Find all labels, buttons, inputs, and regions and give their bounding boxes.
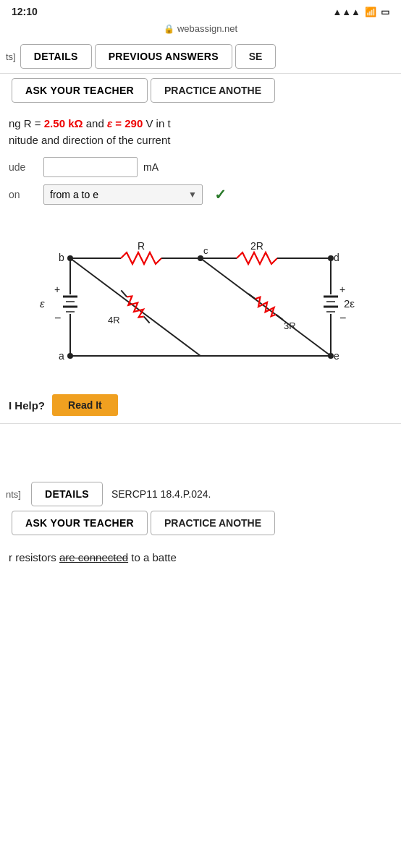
bottom-row2: ASK YOUR TEACHER PRACTICE ANOTHE [6,511,395,535]
answer-row: ude mA [0,151,401,180]
circuit-diagram: R 2R + − ε + − 2ε [27,215,374,381]
bottom-text-prefix: r resistors [9,551,59,563]
problem-line2: nitude and direction of the current [9,134,170,146]
answer-input[interactable] [43,157,138,177]
spacer [0,424,401,475]
emf-eq: = [112,117,124,129]
direction-row: on from a to e ▼ ✓ [0,180,401,208]
R-label: R [138,240,145,252]
emf-label: ε [40,297,45,310]
plus1-label: + [54,284,60,295]
minus2-label: − [339,312,346,324]
svg-point-27 [328,353,334,359]
bottom-row1: nts] DETAILS SERCP11 18.4.P.024. [6,482,395,506]
previous-answers-button[interactable]: PREVIOUS ANSWERS [95,44,232,69]
circuit-container: R 2R + − ε + − 2ε [0,208,401,388]
section-label-top: ts] [6,51,20,62]
top-buttons-row2: ASK YOUR TEACHER PRACTICE ANOTHE [0,74,401,107]
ask-teacher-button-top[interactable]: ASK YOUR TEACHER [12,78,148,103]
svg-line-21 [248,294,256,299]
lock-icon: 🔒 [164,24,174,34]
se-button[interactable]: SE [235,44,277,69]
emf-unit: V in t [143,117,170,129]
wifi-icon: 📶 [365,7,376,17]
svg-line-18 [121,290,127,297]
svg-point-23 [67,255,73,261]
ask-teacher-button-bottom[interactable]: ASK YOUR TEACHER [12,511,148,535]
read-it-button[interactable]: Read It [52,394,118,416]
bottom-section: nts] DETAILS SERCP11 18.4.P.024. ASK YOU… [0,475,401,544]
details-button-top[interactable]: DETAILS [20,44,92,69]
answer-unit: mA [143,161,159,173]
url-text: webassign.net [177,23,237,34]
plus2-label: + [339,284,345,295]
time: 12:10 [12,6,38,17]
minus1-label: − [54,312,61,324]
section-label-bottom: nts] [6,489,25,500]
address-bar: 🔒 webassign.net [0,20,401,40]
svg-point-26 [67,353,73,359]
problem-text: ng R = 2.50 kΩ and ε = 290 V in t nitude… [0,107,401,151]
help-row: I Help? Read It [0,388,401,424]
direction-select[interactable]: from a to e [43,184,203,205]
emf-value: 290 [124,117,143,129]
r-unit-text: kΩ [65,117,83,129]
bottom-text-suffix: to a batte [128,551,177,563]
status-bar: 12:10 ▲▲▲ 📶 ▭ [0,0,401,20]
svg-point-24 [198,255,203,261]
status-icons: ▲▲▲ 📶 ▭ [332,7,389,17]
twoR-label: 2R [250,240,263,252]
b-label: b [59,252,64,263]
help-label: I Help? [9,399,45,412]
fourR-label: 4R [108,315,120,326]
c-label: c [203,245,208,256]
answer-label: ude [9,161,38,173]
r-value: 2.50 [44,117,65,129]
twoE-label: 2ε [344,297,355,310]
check-mark: ✓ [214,186,227,203]
a-label: a [59,350,64,362]
practice-another-button-bottom[interactable]: PRACTICE ANOTHE [151,511,275,535]
problem-and: and [83,117,107,129]
practice-another-button-top[interactable]: PRACTICE ANOTHE [151,78,275,103]
detail-code: SERCP11 18.4.P.024. [111,488,211,500]
battery-icon: ▭ [381,7,389,17]
direction-select-wrapper: from a to e ▼ [43,184,203,205]
bottom-text-strikethrough: are connected [59,551,128,563]
top-buttons-row1: ts] DETAILS PREVIOUS ANSWERS SE [0,40,401,74]
e-label: e [334,350,339,362]
problem-prefix: ng R = [9,117,44,129]
svg-point-25 [328,255,334,261]
bottom-text: r resistors are connected to a batte [0,544,401,572]
direction-label: on [9,189,38,200]
details-button-bottom[interactable]: DETAILS [31,482,103,506]
signal-icon: ▲▲▲ [332,7,360,17]
svg-line-22 [276,315,283,320]
threeR-label: 3R [284,320,296,331]
d-label: d [334,252,339,263]
